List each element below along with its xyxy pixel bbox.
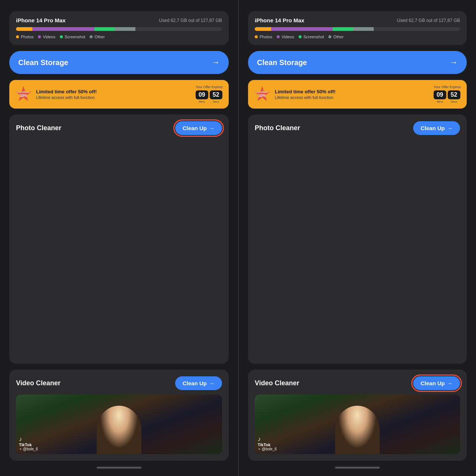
offer-expires-right: Your Offer Expires <box>434 85 461 89</box>
photo-cleaner-card-right: Photo Cleaner Clean Up → <box>248 115 467 364</box>
storage-header-right: iPhone 14 Pro Max Used 62,7 GB out of 12… <box>255 17 460 23</box>
discount-badge-right: DISCOUNT 50% <box>254 86 270 103</box>
clean-storage-button-left[interactable]: Clean Storage → <box>9 51 229 74</box>
dot-videos-left <box>38 35 41 38</box>
dot-photos-right <box>255 35 258 38</box>
right-panel: iPhone 14 Pro Max Used 62,7 GB out of 12… <box>238 0 476 476</box>
dot-other-left <box>90 35 93 38</box>
tiktok-overlay-left: ♪ TikTok ⚬ @bole_6 <box>19 436 38 451</box>
photo-cleaner-card-left: Photo Cleaner Clean Up → <box>9 115 229 364</box>
left-panel: iPhone 14 Pro Max Used 62,7 GB out of 12… <box>0 0 238 476</box>
video-cleaner-header-right: Video Cleaner Clean Up → <box>255 376 460 390</box>
offer-banner-right[interactable]: DISCOUNT 50% Limited time offer 50% off!… <box>248 80 467 109</box>
storage-used-right: Used 62,7 GB out of 127,87 GB <box>397 18 460 23</box>
bar-photos-left <box>16 27 32 31</box>
offer-text-left: Limited time offer 50% off! Lifetime acc… <box>36 89 191 100</box>
video-cleaner-card-left: Video Cleaner Clean Up → ♪ TikTok ⚬ @bol… <box>9 370 229 461</box>
legend-screenshot-label-left: Screenshot <box>65 35 86 39</box>
legend-photos-label-right: Photos <box>260 35 272 39</box>
offer-title-right: Limited time offer 50% off! <box>275 89 429 94</box>
video-cleaner-header-left: Video Cleaner Clean Up → <box>16 376 222 390</box>
offer-timer-right: Your Offer Expires 09 Mins 52 Secs <box>434 85 461 103</box>
video-cleaner-title-left: Video Cleaner <box>16 379 61 387</box>
tiktok-overlay-right: ♪ TikTok ⚬ @bole_6 <box>258 436 277 451</box>
video-cleanup-label-right: Clean Up <box>421 380 445 386</box>
photo-cleanup-arrow-left: → <box>209 125 215 131</box>
tiktok-icon-right: ♪ <box>258 436 277 443</box>
device-name-right: iPhone 14 Pro Max <box>255 17 304 23</box>
legend-videos-right: Videos <box>277 35 294 39</box>
bar-photos-right <box>255 27 271 31</box>
device-name-left: iPhone 14 Pro Max <box>16 17 65 23</box>
storage-card-right: iPhone 14 Pro Max Used 62,7 GB out of 12… <box>248 11 467 45</box>
photo-cleanup-button-left[interactable]: Clean Up → <box>175 121 222 135</box>
video-cleaner-card-right: Video Cleaner Clean Up → ♪ TikTok ⚬ @bol… <box>248 370 467 461</box>
storage-bar-left <box>16 27 222 31</box>
legend-videos-label-right: Videos <box>282 35 294 39</box>
offer-banner-left[interactable]: DISCOUNT 50% Limited time offer 50% off!… <box>9 80 229 109</box>
clean-storage-button-right[interactable]: Clean Storage → <box>248 51 467 74</box>
legend-videos-label-left: Videos <box>43 35 55 39</box>
tiktok-icon-left: ♪ <box>19 436 38 443</box>
photo-cleaner-header-right: Photo Cleaner Clean Up → <box>255 121 460 135</box>
clean-storage-arrow-right: → <box>450 58 458 67</box>
storage-legend-left: Photos Videos Screenshot Other <box>16 35 222 39</box>
video-cleaner-title-right: Video Cleaner <box>255 379 299 387</box>
dot-screenshot-left <box>60 35 63 38</box>
video-thumbnail-left: ♪ TikTok ⚬ @bole_6 <box>16 395 222 454</box>
tiktok-user-right: ⚬ @bole_6 <box>258 447 277 451</box>
legend-videos-left: Videos <box>38 35 55 39</box>
video-frame-right <box>255 395 460 454</box>
tiktok-brand-right: TikTok <box>258 443 277 447</box>
offer-text-right: Limited time offer 50% off! Lifetime acc… <box>275 89 429 100</box>
bar-screenshot-right <box>333 27 353 31</box>
dot-videos-right <box>277 35 280 38</box>
dot-photos-left <box>16 35 19 38</box>
home-indicator-left <box>97 467 141 469</box>
legend-other-right: Other <box>328 35 344 39</box>
timer-mins-right: 09 Mins <box>434 90 446 103</box>
photo-cleanup-button-right[interactable]: Clean Up → <box>413 121 460 135</box>
video-cleanup-arrow-left: → <box>209 380 215 386</box>
offer-expires-left: Your Offer Expires <box>196 85 223 89</box>
video-cleanup-button-left[interactable]: Clean Up → <box>175 376 222 390</box>
storage-card-left: iPhone 14 Pro Max Used 62,7 GB out of 12… <box>9 11 229 45</box>
timer-secs-right: 52 Secs <box>448 90 460 103</box>
legend-other-label-left: Other <box>94 35 105 39</box>
video-cleanup-button-right[interactable]: Clean Up → <box>413 376 460 390</box>
photo-cleanup-label-right: Clean Up <box>421 125 445 131</box>
timer-boxes-right: 09 Mins 52 Secs <box>434 90 461 103</box>
offer-timer-left: Your Offer Expires 09 Mins 52 Secs <box>196 85 223 103</box>
bar-screenshot-left <box>94 27 115 31</box>
timer-boxes-left: 09 Mins 52 Secs <box>196 90 223 103</box>
photo-cleaner-title-left: Photo Cleaner <box>16 124 61 132</box>
photo-cleanup-label-left: Clean Up <box>183 125 207 131</box>
tiktok-user-left: ⚬ @bole_6 <box>19 447 38 451</box>
video-cleanup-arrow-right: → <box>447 380 453 386</box>
timer-mins-left: 09 Mins <box>196 90 208 103</box>
storage-header-left: iPhone 14 Pro Max Used 62,7 GB out of 12… <box>16 17 222 23</box>
legend-screenshot-right: Screenshot <box>299 35 324 39</box>
home-indicator-right <box>335 467 380 469</box>
discount-badge-left: DISCOUNT 50% <box>15 86 32 103</box>
photo-cleaner-header-left: Photo Cleaner Clean Up → <box>16 121 222 135</box>
video-cleanup-label-left: Clean Up <box>183 380 207 386</box>
bar-other-right <box>353 27 374 31</box>
storage-legend-right: Photos Videos Screenshot Other <box>255 35 460 39</box>
legend-photos-right: Photos <box>255 35 272 39</box>
bar-other-left <box>115 27 135 31</box>
legend-other-label-right: Other <box>333 35 344 39</box>
photo-cleaner-title-right: Photo Cleaner <box>255 124 300 132</box>
legend-screenshot-label-right: Screenshot <box>303 35 324 39</box>
dot-other-right <box>328 35 331 38</box>
storage-used-left: Used 62,7 GB out of 127,87 GB <box>159 18 222 23</box>
photo-cleanup-arrow-right: → <box>447 125 453 131</box>
bar-videos-right <box>271 27 333 31</box>
video-frame-left <box>16 395 222 454</box>
dot-screenshot-right <box>299 35 302 38</box>
legend-other-left: Other <box>90 35 105 39</box>
tiktok-brand-left: TikTok <box>19 443 38 447</box>
offer-title-left: Limited time offer 50% off! <box>36 89 191 94</box>
clean-storage-text-left: Clean Storage <box>18 58 68 67</box>
bar-videos-left <box>32 27 94 31</box>
